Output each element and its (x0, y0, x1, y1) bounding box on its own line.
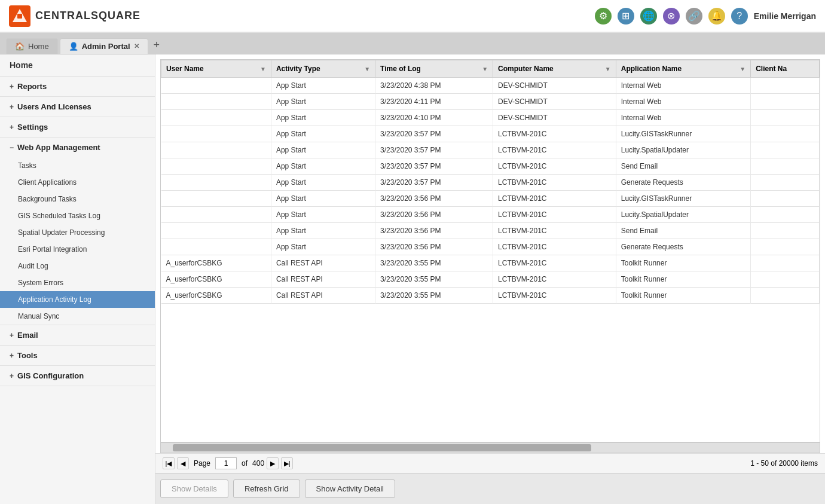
cell-time-of_log: 3/23/2020 3:56 PM (375, 223, 493, 239)
table-row[interactable]: App Start3/23/2020 4:10 PMDEV-SCHMIDTInt… (161, 110, 820, 126)
close-tab-icon[interactable]: ✕ (134, 42, 139, 50)
grid-icon[interactable]: ⊞ (618, 8, 634, 25)
sidebar-section-header-users[interactable]: + Users And Licenses (0, 97, 155, 117)
sidebar-item-gis-scheduled-tasks-log[interactable]: GIS Scheduled Tasks Log (0, 207, 155, 224)
sidebar-section-header-reports[interactable]: + Reports (0, 77, 155, 96)
cell-computer-name: LCTBVM-201C (493, 255, 616, 271)
cell-user-name (161, 94, 271, 110)
table-row[interactable]: App Start3/23/2020 3:56 PMLCTBVM-201CGen… (161, 239, 820, 255)
link-icon[interactable]: 🔗 (686, 8, 702, 25)
sidebar-gis-config-label: GIS Configuration (17, 371, 84, 380)
cell-user-name (161, 158, 271, 175)
sidebar-item-manual-sync[interactable]: Manual Sync (0, 308, 155, 325)
last-page-button[interactable]: ▶| (281, 457, 293, 469)
cell-application-name: Toolkit Runner (616, 271, 750, 288)
cell-activity-type: App Start (271, 158, 375, 175)
filter-computer-name-icon[interactable]: ▼ (605, 66, 611, 72)
table-row[interactable]: A_userforCSBKGCall REST API3/23/2020 3:5… (161, 271, 820, 288)
sidebar-item-audit-log[interactable]: Audit Log (0, 258, 155, 274)
table-row[interactable]: App Start3/23/2020 4:11 PMDEV-SCHMIDTInt… (161, 94, 820, 110)
cell-activity-type: Call REST API (271, 288, 375, 304)
cell-activity-type: App Start (271, 175, 375, 191)
cell-application-name: Lucity.GISTaskRunner (616, 191, 750, 207)
table-row[interactable]: App Start3/23/2020 3:57 PMLCTBVM-201CLuc… (161, 142, 820, 158)
table-row[interactable]: A_userforCSBKGCall REST API3/23/2020 3:5… (161, 288, 820, 304)
cell-client-name (751, 126, 820, 142)
toggle-tools-icon: + (10, 352, 14, 360)
sidebar-item-client-applications[interactable]: Client Applications (0, 174, 155, 191)
home-tab-icon: 🏠 (15, 42, 25, 51)
prev-page-button[interactable]: ◀ (177, 457, 189, 469)
cell-client-name (751, 239, 820, 255)
sidebar-section-header-gis-config[interactable]: + GIS Configuration (0, 366, 155, 386)
sidebar-item-background-tasks[interactable]: Background Tasks (0, 191, 155, 207)
filter-user-name-icon[interactable]: ▼ (260, 66, 266, 72)
data-grid-wrapper[interactable]: User Name ▼ Activity Type ▼ (160, 59, 820, 442)
cell-client-name (751, 207, 820, 223)
content-area: User Name ▼ Activity Type ▼ (155, 54, 825, 504)
horizontal-scrollbar[interactable] (160, 442, 820, 453)
sidebar-item-system-errors[interactable]: System Errors (0, 274, 155, 291)
cell-time-of_log: 3/23/2020 3:57 PM (375, 142, 493, 158)
add-tab-button[interactable]: + (150, 39, 164, 54)
table-row[interactable]: App Start3/23/2020 3:56 PMLCTBVM-201CLuc… (161, 207, 820, 223)
cell-user-name: A_userforCSBKG (161, 271, 271, 288)
tab-admin-portal[interactable]: 👤 Admin Portal ✕ (60, 38, 148, 54)
cell-computer-name: LCTBVM-201C (493, 191, 616, 207)
next-page-button[interactable]: ▶ (267, 457, 279, 469)
table-row[interactable]: App Start3/23/2020 3:57 PMLCTBVM-201CSen… (161, 158, 820, 175)
bell-icon[interactable]: 🔔 (708, 8, 725, 25)
refresh-grid-button[interactable]: Refresh Grid (233, 479, 300, 498)
sidebar-item-spatial-updater-processing[interactable]: Spatial Updater Processing (0, 224, 155, 241)
cell-client-name (751, 110, 820, 126)
settings2-icon[interactable]: ⊗ (663, 8, 680, 25)
show-activity-detail-button[interactable]: Show Activity Detail (305, 479, 395, 498)
cell-time-of_log: 3/23/2020 3:57 PM (375, 126, 493, 142)
cell-time-of_log: 3/23/2020 3:57 PM (375, 158, 493, 175)
user-name[interactable]: Emilie Merrigan (754, 11, 816, 21)
table-row[interactable]: App Start3/23/2020 4:38 PMDEV-SCHMIDTInt… (161, 78, 820, 94)
table-row[interactable]: A_userforCSBKGCall REST API3/23/2020 3:5… (161, 255, 820, 271)
filter-time-of-log-icon[interactable]: ▼ (482, 66, 488, 72)
cell-user-name (161, 142, 271, 158)
page-number-input[interactable] (215, 457, 237, 469)
table-row[interactable]: App Start3/23/2020 3:56 PMLCTBVM-201CSen… (161, 223, 820, 239)
cell-computer-name: DEV-SCHMIDT (493, 110, 616, 126)
gear-icon[interactable]: ⚙ (595, 8, 612, 25)
first-page-button[interactable]: |◀ (163, 457, 175, 469)
sidebar-webappmgmt-label: Web App Management (17, 143, 100, 152)
sidebar-section-header-email[interactable]: + Email (0, 325, 155, 345)
table-row[interactable]: App Start3/23/2020 3:57 PMLCTBVM-201CLuc… (161, 126, 820, 142)
cell-time-of_log: 3/23/2020 4:10 PM (375, 110, 493, 126)
sidebar-section-header-settings[interactable]: + Settings (0, 117, 155, 137)
table-row[interactable]: App Start3/23/2020 3:57 PMLCTBVM-201CGen… (161, 175, 820, 191)
cell-time-of_log: 3/23/2020 3:56 PM (375, 239, 493, 255)
globe-icon[interactable]: 🌐 (640, 8, 657, 25)
cell-user-name (161, 191, 271, 207)
sidebar-item-tasks[interactable]: Tasks (0, 157, 155, 174)
sidebar-section-header-webappmgmt[interactable]: − Web App Management (0, 138, 155, 157)
cell-activity-type: App Start (271, 207, 375, 223)
cell-activity-type: App Start (271, 223, 375, 239)
cell-user-name: A_userforCSBKG (161, 288, 271, 304)
help-icon[interactable]: ? (731, 8, 748, 25)
filter-activity-type-icon[interactable]: ▼ (364, 66, 370, 72)
sidebar-section-header-tools[interactable]: + Tools (0, 346, 155, 365)
cell-application-name: Generate Requests (616, 175, 750, 191)
cell-time-of_log: 3/23/2020 3:57 PM (375, 175, 493, 191)
cell-application-name: Internal Web (616, 94, 750, 110)
cell-activity-type: App Start (271, 239, 375, 255)
cell-activity-type: App Start (271, 78, 375, 94)
col-application-name: Application Name ▼ (616, 60, 750, 78)
toggle-settings-icon: + (10, 123, 14, 132)
tab-home[interactable]: 🏠 Home (6, 38, 58, 54)
cell-computer-name: DEV-SCHMIDT (493, 94, 616, 110)
show-details-button[interactable]: Show Details (160, 479, 228, 498)
sidebar-home[interactable]: Home (0, 54, 155, 77)
cell-time-of_log: 3/23/2020 3:56 PM (375, 207, 493, 223)
table-row[interactable]: App Start3/23/2020 3:56 PMLCTBVM-201CLuc… (161, 191, 820, 207)
sidebar-section-webappmgmt: − Web App Management Tasks Client Applic… (0, 138, 155, 325)
sidebar-item-application-activity-log[interactable]: Application Activity Log (0, 291, 155, 308)
filter-application-name-icon[interactable]: ▼ (740, 66, 745, 72)
sidebar-item-esri-portal-integration[interactable]: Esri Portal Integration (0, 241, 155, 258)
